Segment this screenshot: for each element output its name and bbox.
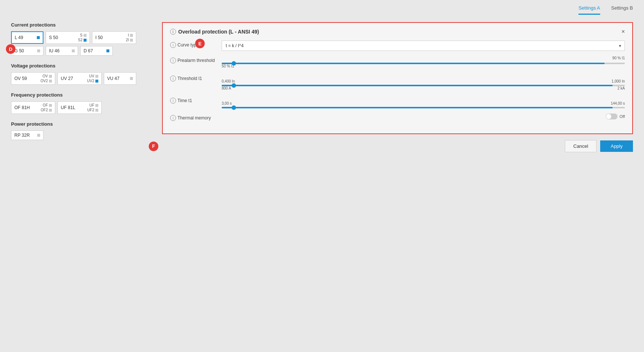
threshold-i1-info-icon[interactable]: i [170,76,176,81]
prot-of81h-of-dot [49,104,52,107]
prot-of81h-sub: OF OF2 [41,103,52,112]
prot-s50-s2-label: S2 [78,38,82,42]
threshold-i1-thumb[interactable] [232,83,236,88]
threshold-i1-fill [222,85,613,86]
prot-i50-sub: I 2I [126,33,133,42]
prealarm-slider-control: 90 % I1 50 % I1 [222,56,625,69]
thermal-memory-row: i Thermal memory Off [170,114,625,121]
prot-iu46-dot [72,49,75,52]
prot-ov59[interactable]: OV 59 OV OV2 [11,72,55,85]
prot-uv27-uv-label: UV [89,74,94,78]
prot-d67-label: D 67 [84,48,93,53]
prealarm-info-icon[interactable]: i [170,57,176,63]
prealarm-max-label: 90 % I1 [612,56,625,60]
thermal-memory-info-icon[interactable]: i [170,115,176,121]
curve-type-control: t = k / I^4 t = k / I^2 t = k / I^1 ▼ [222,41,625,51]
modal-info-icon[interactable]: i [170,29,176,35]
cancel-button[interactable]: Cancel [565,140,597,152]
prot-rp32r[interactable]: RP 32R [11,130,43,140]
prot-uf81l-uf-label: UF [89,103,94,107]
prot-i50[interactable]: I 50 I 2I [92,31,136,44]
prot-of81h-of2-dot [49,109,52,112]
prot-ov59-ov-label: OV [43,74,48,78]
thermal-memory-control: Off [222,114,625,119]
tab-settings-a[interactable]: Settings A [578,5,600,15]
prot-ov59-sub: OV OV2 [41,74,52,83]
badge-d: D [6,44,15,54]
voltage-protections-title: Voltage protections [11,63,151,69]
time-t1-thumb[interactable] [232,105,236,110]
prot-rp32r-dot [37,134,40,137]
prot-d67[interactable]: D 67 [80,46,113,56]
prot-i50-2i-dot [130,39,133,42]
prot-uf81l[interactable]: UF 81L UF UF2 [57,101,102,114]
prot-uv27-uv2-label: UV2 [87,79,94,83]
prealarm-threshold-row: i Prealarm threshold 90 % I1 50 % I1 [170,56,625,69]
prot-uf81l-uf2-dot [95,109,98,112]
action-bar: F Cancel Apply [162,140,633,152]
prealarm-fill [222,63,605,64]
time-t1-max-label: 144,00 s [611,101,625,105]
power-protections-title: Power protections [11,121,151,127]
prot-uv27-label: UV 27 [61,76,73,81]
prot-of81h-of2-label: OF2 [41,108,48,112]
threshold-i1-slider-container: 0,400 In 1,000 In 800 A 2 kA [222,74,625,90]
prealarm-track[interactable] [222,63,625,64]
prealarm-threshold-label: i Prealarm threshold [170,56,218,63]
prot-vu47[interactable]: VU 47 [104,72,136,85]
time-t1-fill [222,107,613,108]
prot-ov59-ov2-label: OV2 [41,79,48,83]
thermal-memory-label: i Thermal memory [170,114,218,121]
prot-uf81l-uf2-label: UF2 [87,108,94,112]
current-protections-grid: L 49 S 50 S S2 I 50 I 2I [11,31,151,56]
prot-s50[interactable]: S 50 S S2 [46,31,90,44]
badge-f: F [149,142,158,151]
prot-vu47-label: VU 47 [107,76,119,81]
prot-d67-dot [106,49,109,52]
threshold-i1-top-left: 0,400 In [222,79,235,83]
time-t1-slider-container: 3,00 s 144,00 s [222,96,625,108]
prot-i50-2i-label: 2I [126,38,129,42]
prot-iu46-label: IU 46 [49,48,60,53]
threshold-i1-right-label: 2 kA [617,86,625,90]
threshold-i1-label: i Threshold I1 [170,74,218,81]
prot-l49-dot [37,36,40,39]
curve-type-select[interactable]: t = k / I^4 t = k / I^2 t = k / I^1 [222,41,625,51]
prealarm-thumb[interactable] [232,61,236,66]
prot-ov59-label: OV 59 [14,76,27,81]
prot-l49[interactable]: L 49 [11,31,43,44]
prot-uv27-sub: UV UV2 [87,74,98,83]
threshold-i1-max-label: 1,000 In [612,79,625,83]
modal-title: i Overload protection (L - ANSI 49) [170,29,259,35]
prot-uv27[interactable]: UV 27 UV UV2 [57,72,102,85]
time-t1-top-left: 3,00 s [222,101,232,105]
curve-type-info-icon[interactable]: i [170,42,176,48]
prot-s50-s-label: S [80,33,82,37]
time-t1-control: 3,00 s 144,00 s [222,96,625,108]
prot-s50-s-dot [84,34,87,37]
time-t1-info-icon[interactable]: i [170,98,176,104]
power-protections-grid: RP 32R [11,130,151,140]
apply-button[interactable]: Apply [600,140,633,152]
prot-g50[interactable]: G 50 [11,46,43,56]
thermal-toggle-row: Off [222,114,625,119]
curve-type-row: i Curve type t = k / I^4 t = k / I^2 t =… [170,41,625,51]
curve-type-dropdown-wrapper: t = k / I^4 t = k / I^2 t = k / I^1 ▼ [222,41,625,51]
modal-header: i Overload protection (L - ANSI 49) × [170,29,625,35]
modal-close-button[interactable]: × [622,29,625,35]
frequency-protections-grid: OF 81H OF OF2 UF 81L UF UF2 [11,101,151,114]
tab-settings-b[interactable]: Settings B [611,5,633,15]
current-protections-title: Current protections [11,22,151,28]
thermal-memory-state: Off [620,114,625,119]
threshold-i1-track[interactable] [222,85,625,86]
thermal-memory-toggle[interactable] [606,114,617,119]
prot-i50-i-label: I [128,33,129,37]
prot-iu46[interactable]: IU 46 [46,46,78,56]
prot-s50-label: S 50 [49,35,58,40]
prot-ov59-ov2-dot [49,80,52,83]
prot-l49-label: L 49 [15,35,23,40]
prealarm-labels: 50 % I1 [222,64,625,68]
prot-i50-label: I 50 [95,35,103,40]
prot-of81h[interactable]: OF 81H OF OF2 [11,101,55,114]
time-t1-track[interactable] [222,107,625,108]
